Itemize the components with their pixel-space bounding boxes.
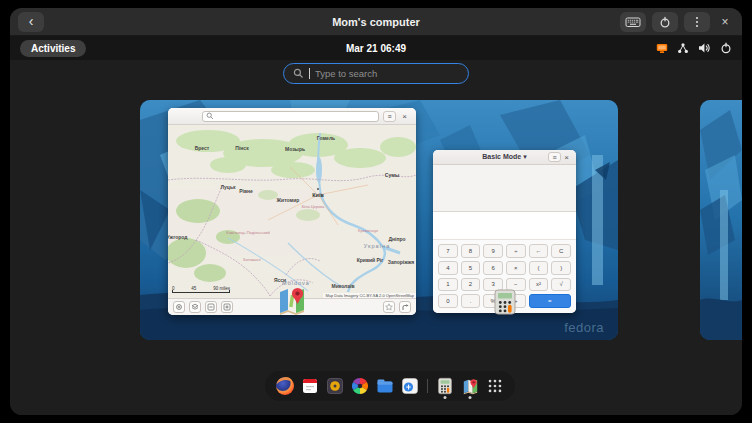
vm-power-button[interactable] (652, 12, 678, 32)
maps-close-button: × (399, 112, 410, 121)
firefox-icon (275, 376, 295, 396)
kebab-menu-icon (691, 15, 703, 29)
map-label: Дніпро (388, 236, 405, 242)
calculator-close-button: × (561, 153, 572, 162)
calc-key-x²: x² (529, 278, 549, 292)
search-bar[interactable] (283, 63, 469, 84)
star-icon (385, 303, 393, 311)
scale-tick: 45 (191, 286, 196, 291)
fedora-watermark: fedora (564, 320, 604, 335)
back-button[interactable]: ‹ (18, 12, 44, 32)
dock-item-calendar[interactable] (299, 373, 321, 399)
search-icon (293, 68, 304, 79)
zoom-in-button (221, 301, 233, 313)
close-icon: × (402, 112, 407, 121)
dropdown-caret-icon: ▾ (523, 153, 527, 160)
map-label: Кременчук (358, 228, 378, 233)
map-label: Ужгород (168, 234, 187, 240)
calc-key-6: 6 (483, 261, 503, 275)
calculator-menu-button: ≡ (548, 152, 561, 162)
search-input[interactable] (315, 68, 459, 79)
calc-key-): ) (551, 261, 571, 275)
maps-icon (461, 377, 480, 396)
dock-item-music[interactable] (324, 373, 346, 399)
calc-key-7: 7 (438, 244, 458, 258)
power-icon (720, 42, 732, 54)
map-label: Київ (312, 192, 324, 198)
keyboard-shortcuts-button[interactable] (620, 12, 646, 32)
calc-key-4: 4 (438, 261, 458, 275)
calculator-headerbar: Basic Mode ▾ ≡ × (433, 150, 576, 165)
map-label: Гомель (317, 135, 335, 141)
calc-key-2: 2 (461, 278, 481, 292)
calc-key-×: × (506, 261, 526, 275)
calc-key-C: C (551, 244, 571, 258)
layers-button (189, 301, 201, 313)
calc-key-(: ( (529, 261, 549, 275)
menu-button[interactable] (684, 12, 710, 32)
calc-key-=: = (529, 294, 571, 308)
photos-icon (350, 376, 370, 396)
hamburger-icon: ≡ (552, 154, 556, 161)
dash-dock (265, 371, 515, 401)
zoom-out-icon (207, 303, 215, 311)
close-icon: × (721, 15, 728, 29)
favorites-button (383, 301, 395, 313)
workspace-preview[interactable]: fedora ≡ × (140, 100, 618, 340)
wallpaper (700, 100, 742, 340)
zoom-in-icon (223, 303, 231, 311)
calendar-icon (300, 376, 320, 396)
map-attribution: Map Data Imagery CC-BY-SA 2.0 OpenStreet… (323, 293, 416, 298)
keyboard-icon (625, 15, 641, 29)
next-workspace-preview[interactable] (700, 100, 742, 340)
maps-app-icon[interactable] (275, 284, 309, 318)
remote-viewer-window: ‹ Mom's computer (10, 8, 742, 415)
dock-item-firefox[interactable] (274, 373, 296, 399)
dock-item-photos[interactable] (349, 373, 371, 399)
calc-key-5: 5 (461, 261, 481, 275)
dock-item-files[interactable] (374, 373, 396, 399)
maps-headerbar: ≡ × (168, 108, 416, 125)
back-icon: ‹ (29, 13, 34, 29)
zoom-out-button (205, 301, 217, 313)
calculator-icon (436, 377, 454, 395)
files-icon (375, 376, 395, 396)
map-canvas: ГомельБрестПінскМозырьСумыЛуцькРівнеЖито… (168, 125, 416, 298)
map-label: Житомир (277, 197, 300, 203)
scale-tick: 90 miles (213, 286, 230, 291)
map-label: Миколаїв (331, 283, 354, 289)
dock-item-software[interactable] (399, 373, 421, 399)
system-tray[interactable] (656, 42, 732, 54)
map-label: Україна (364, 243, 390, 249)
route-icon (401, 303, 409, 311)
power-icon (659, 16, 671, 28)
dock-item-maps[interactable] (459, 373, 481, 399)
maps-menu-button: ≡ (383, 111, 396, 122)
volume-icon (698, 42, 711, 54)
calc-key-8: 8 (461, 244, 481, 258)
running-indicator (469, 396, 472, 399)
dock-item-calculator[interactable] (434, 373, 456, 399)
clock[interactable]: Mar 21 06:49 (10, 43, 742, 54)
map-label: Біла Церква (302, 204, 325, 209)
calculator-app-icon[interactable] (491, 288, 519, 316)
map-label: Ботошані (243, 257, 260, 262)
calc-key-÷: ÷ (506, 244, 526, 258)
screen-share-icon (656, 42, 668, 54)
running-indicator (444, 396, 447, 399)
activities-button[interactable]: Activities (20, 40, 86, 57)
map-label: Кривий Ріг (357, 257, 384, 263)
location-icon (175, 303, 183, 311)
music-icon (325, 376, 345, 396)
search-icon (206, 112, 214, 120)
calculator-history-display (433, 165, 576, 212)
map-label: Мозырь (285, 146, 305, 152)
map-label: Сумы (385, 172, 399, 178)
app-grid-icon (486, 377, 504, 395)
show-apps-button[interactable] (484, 373, 506, 399)
mode-label: Basic Mode (482, 153, 521, 160)
close-window-button[interactable]: × (716, 12, 734, 32)
calc-key-0: 0 (438, 294, 458, 308)
map-label: Пінск (235, 145, 248, 151)
calc-key-9: 9 (483, 244, 503, 258)
